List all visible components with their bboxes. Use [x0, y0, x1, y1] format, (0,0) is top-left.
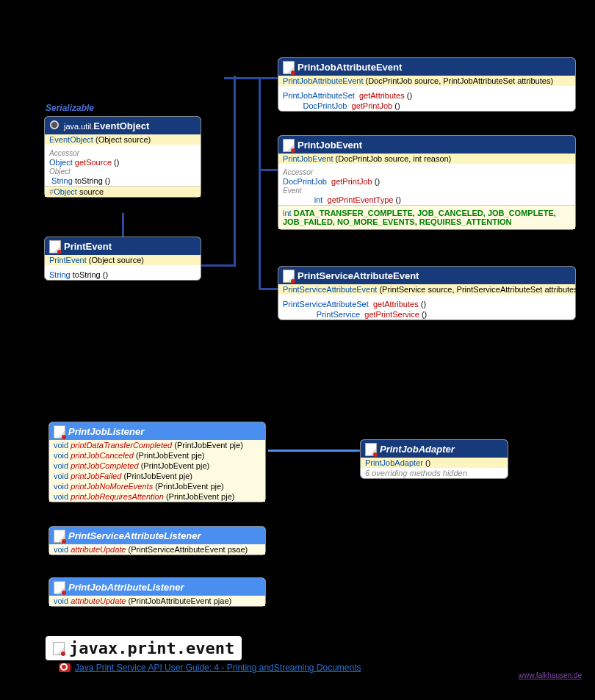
conn-line [259, 77, 279, 79]
interface-printjobattributelistener: PrintJobAttributeListener void attribute… [48, 577, 266, 607]
class-header: PrintServiceAttributeListener [49, 527, 265, 544]
footer-url[interactable]: www.falkhausen.de [519, 671, 582, 679]
method-row: void attributeUpdate (PrintJobAttributeE… [49, 596, 265, 606]
method-row: void attributeUpdate (PrintServiceAttrib… [49, 544, 265, 555]
method-row: void printJobCanceled (PrintJobEvent pje… [49, 450, 265, 461]
interface-printjoblistener: PrintJobListener void printDataTransferC… [48, 422, 266, 502]
doc-icon [54, 425, 65, 437]
doc-icon [283, 270, 295, 281]
guide-link-row: Java Print Service API User Guide: 4 - P… [59, 663, 361, 673]
method-row: void printDataTransferCompleted (PrintJo… [49, 440, 265, 450]
conn-line [201, 264, 236, 267]
class-printjobadapter: PrintJobAdapter PrintJobAdapter () 6 ove… [360, 439, 508, 479]
accessor-label: Accessor [45, 149, 201, 157]
conn-line [259, 77, 261, 290]
class-header: PrintEvent [45, 237, 201, 255]
object-label: Object [45, 167, 201, 176]
interface-printserviceattributelistener: PrintServiceAttributeListener void attri… [48, 526, 266, 555]
class-header: PrintJobListener [49, 422, 265, 440]
method-row: void printJobRequiresAttention (PrintJob… [49, 491, 265, 502]
method-row: PrintJobAttributeSet getAttributes () [278, 90, 575, 101]
method-row: void printJobNoMoreEvents (PrintJobEvent… [49, 481, 265, 491]
method-row: PrintService getPrintService () [278, 309, 575, 320]
doc-icon [54, 530, 65, 541]
class-header: PrintJobAdapter [361, 440, 508, 458]
class-printjobattributeevent: PrintJobAttributeEvent PrintJobAttribute… [278, 57, 576, 112]
constructor-row: PrintServiceAttributeEvent (PrintService… [278, 284, 575, 295]
class-header: PrintServiceAttributeEvent [278, 267, 575, 284]
doc-icon [283, 139, 295, 151]
constructor-row: PrintJobEvent (DocPrintJob source, int r… [278, 154, 575, 164]
oracle-icon [59, 663, 71, 672]
conn-line [268, 450, 362, 452]
class-printevent: PrintEvent PrintEvent (Object source) St… [44, 237, 201, 281]
method-row: DocPrintJob getPrintJob () [278, 176, 575, 187]
class-printserviceattributeevent: PrintServiceAttributeEvent PrintServiceA… [278, 266, 576, 320]
conn-line [259, 169, 279, 171]
package-title: javax.print.event [46, 636, 242, 660]
method-row: PrintServiceAttributeSet getAttributes (… [278, 299, 575, 309]
constructor-row: EventObject (Object source) [45, 134, 201, 145]
conn-line [259, 288, 279, 290]
class-header: PrintJobAttributeEvent [278, 58, 575, 76]
class-eventobject: java.util.EventObject EventObject (Objec… [44, 116, 201, 198]
doc-icon [53, 642, 65, 655]
gear-icon [49, 120, 61, 131]
method-row: String toString () [45, 176, 201, 186]
method-row: Object getSource () [45, 157, 201, 167]
field-row: #Object source [45, 186, 201, 197]
conn-line [234, 76, 236, 267]
doc-icon [49, 240, 61, 252]
class-header: java.util.EventObject [45, 117, 201, 134]
event-label: Event [278, 187, 575, 195]
method-row: int getPrintEventType () [278, 195, 575, 205]
method-row: DocPrintJob getPrintJob () [278, 101, 575, 111]
serializable-label: Serializable [46, 103, 94, 113]
doc-icon [365, 443, 377, 455]
method-row: void printJobCompleted (PrintJobEvent pj… [49, 461, 265, 471]
conn-line [224, 77, 261, 79]
class-header: PrintJobEvent [278, 136, 575, 154]
constructor-row: PrintJobAdapter () [361, 458, 508, 468]
accessor-label: Accessor [278, 168, 575, 176]
doc-icon [283, 61, 295, 73]
method-row: String toString () [45, 270, 201, 280]
constructor-row: PrintEvent (Object source) [45, 255, 201, 265]
doc-icon [54, 581, 65, 593]
hidden-note: 6 overriding methods hidden [361, 468, 508, 478]
method-row: void printJobFailed (PrintJobEvent pje) [49, 471, 265, 481]
class-printjobevent: PrintJobEvent PrintJobEvent (DocPrintJob… [278, 135, 576, 230]
class-header: PrintJobAttributeListener [49, 578, 265, 596]
guide-link[interactable]: Java Print Service API User Guide: 4 - P… [75, 663, 361, 673]
constructor-row: PrintJobAttributeEvent (DocPrintJob sour… [278, 76, 575, 86]
constants-row: int DATA_TRANSFER_COMPLETE, JOB_CANCELED… [278, 205, 575, 229]
